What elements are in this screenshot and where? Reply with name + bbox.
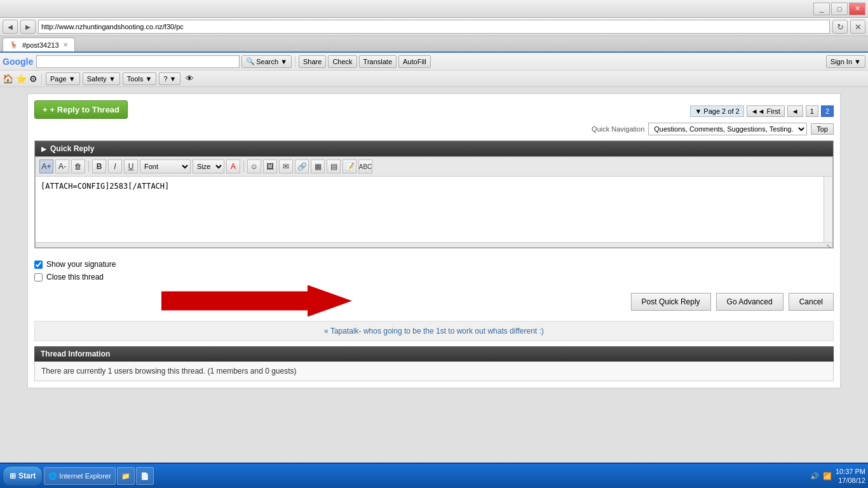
insert-table-button[interactable]: ▦ [311, 159, 325, 173]
close-thread-checkbox[interactable] [34, 273, 43, 281]
font-size-select[interactable]: Size [193, 159, 224, 173]
active-tab[interactable]: 🦌 #post34213 ✕ [3, 37, 75, 51]
close-button[interactable]: ✕ [849, 3, 865, 15]
minimize-button[interactable]: _ [813, 3, 830, 15]
prev-page-button[interactable]: ◄ [787, 105, 803, 117]
folder-icon: 📁 [121, 472, 130, 480]
tab-close-icon[interactable]: ✕ [63, 41, 68, 48]
tab-favicon: 🦌 [10, 41, 18, 49]
main-content: + + Reply to Thread ▼ Page 2 of 2 ◄◄ Fir… [0, 87, 868, 481]
page-menu[interactable]: Page ▼ [46, 72, 80, 85]
thread-link[interactable]: « Tapatalk- whos going to be the 1st to … [324, 327, 544, 336]
share-button[interactable]: Share [299, 55, 326, 68]
ie-settings-icon[interactable]: ⚙ [29, 74, 37, 84]
translate-button[interactable]: Translate [359, 55, 397, 68]
page-dropdown[interactable]: ▼ Page 2 of 2 [690, 105, 743, 117]
insert-link-button[interactable]: 🔗 [295, 159, 309, 173]
page2-button[interactable]: 2 [821, 105, 834, 117]
options-area: Show your signature Close this thread [34, 254, 834, 288]
font-color-button[interactable]: A [226, 159, 240, 173]
accessibility-icon[interactable]: 👁 [186, 74, 194, 83]
plus-icon: + [43, 105, 48, 114]
google-search-input[interactable] [36, 55, 240, 68]
thread-link-area: « Tapatalk- whos going to be the 1st to … [34, 321, 834, 341]
underline-button[interactable]: U [124, 159, 138, 173]
safety-menu[interactable]: Safety ▼ [83, 72, 120, 85]
thread-info-body: There are currently 1 users browsing thi… [34, 362, 834, 381]
editor-toolbar: A+ A- 🗑 B I U Font Size A ☺ � [36, 157, 832, 177]
google-logo: Google [3, 57, 33, 67]
start-button[interactable]: ⊞ Start [3, 466, 43, 486]
textarea-scrollbar[interactable] [824, 177, 832, 242]
cancel-button[interactable]: Cancel [789, 293, 834, 311]
thread-info-section: Thread Information There are currently 1… [34, 346, 834, 381]
separator [41, 73, 42, 85]
reply-textarea[interactable]: [ATTACH=CONFIG]2583[/ATTACH] [36, 177, 832, 240]
separator [295, 56, 295, 67]
show-signature-label[interactable]: Show your signature [34, 260, 834, 269]
separator [88, 161, 89, 172]
address-bar[interactable] [38, 20, 830, 34]
check-button[interactable]: Check [328, 55, 356, 68]
insert-email-button[interactable]: ✉ [279, 159, 293, 173]
maximize-button[interactable]: □ [831, 3, 848, 15]
tools-menu[interactable]: Tools ▼ [123, 72, 157, 85]
reply-thread-button[interactable]: + + Reply to Thread [34, 100, 128, 119]
page1-button[interactable]: 1 [806, 105, 818, 117]
ie-taskbar-icon: 🌐 [48, 472, 57, 480]
thread-info-header: Thread Information [34, 346, 834, 362]
show-signature-checkbox[interactable] [34, 261, 43, 269]
quick-reply-box: A+ A- 🗑 B I U Font Size A ☺ � [35, 156, 833, 248]
content-inner: + + Reply to Thread ▼ Page 2 of 2 ◄◄ Fir… [27, 93, 841, 388]
ie-home-icon[interactable]: 🏠 [3, 74, 13, 84]
go-advanced-button[interactable]: Go Advanced [716, 293, 783, 311]
taskbar-right: 🔊 📶 10:37 PM 17/08/12 [810, 467, 865, 485]
tab-bar: 🦌 #post34213 ✕ [0, 36, 868, 53]
browser-titlebar: _ □ ✕ [0, 0, 868, 18]
quick-reply-title: Quick Reply [50, 144, 94, 153]
spell-check-button[interactable]: ABC [358, 159, 372, 173]
top-button[interactable]: Top [811, 123, 834, 135]
resize-handle-icon[interactable]: ⤡ [825, 243, 832, 250]
insert-image-button[interactable]: 🖼 [263, 159, 277, 173]
network-icon: 📶 [823, 472, 832, 480]
quick-reply-section: ▶ Quick Reply A+ A- 🗑 B I U Font [34, 140, 834, 248]
svg-marker-0 [161, 285, 352, 317]
collapse-arrow-icon[interactable]: ▶ [41, 146, 46, 152]
font-family-select[interactable]: Font [140, 159, 191, 173]
stop-button[interactable]: ✕ [850, 20, 865, 34]
separator [243, 161, 244, 172]
taskbar-ie-button[interactable]: 🌐 Internet Explorer [44, 467, 115, 485]
taskbar-folder-button[interactable]: 📁 [117, 467, 135, 485]
taskbar: ⊞ Start 🌐 Internet Explorer 📁 📄 🔊 📶 10:3… [0, 463, 868, 488]
pagination-area: ▼ Page 2 of 2 ◄◄ First ◄ 1 2 [690, 105, 834, 117]
quick-reply-header: ▶ Quick Reply [35, 141, 833, 156]
back-button[interactable]: ◄ [3, 20, 18, 34]
editor-container: [ATTACH=CONFIG]2583[/ATTACH] [36, 177, 832, 242]
signin-button[interactable]: Sign In ▼ [826, 55, 865, 68]
taskbar-doc-button[interactable]: 📄 [136, 467, 154, 485]
red-arrow-indicator [161, 285, 352, 319]
quick-nav-select[interactable]: Questions, Comments, Suggestions, Testin… [648, 123, 807, 135]
refresh-button[interactable]: ↻ [832, 20, 848, 34]
smiley-button[interactable]: ☺ [247, 159, 261, 173]
help-menu[interactable]: ? ▼ [159, 72, 180, 85]
insert-code-button[interactable]: 📝 [342, 159, 356, 173]
close-thread-label[interactable]: Close this thread [34, 273, 834, 281]
ie-toolbar: 🏠 ⭐ ⚙ Page ▼ Safety ▼ Tools ▼ ? ▼ 👁 [0, 71, 868, 87]
forward-button[interactable]: ► [20, 20, 36, 34]
speaker-icon[interactable]: 🔊 [810, 472, 819, 480]
font-size-increase-button[interactable]: A+ [39, 159, 53, 173]
remove-format-button[interactable]: 🗑 [71, 159, 85, 173]
autofill-button[interactable]: AutoFill [398, 55, 431, 68]
bold-button[interactable]: B [92, 159, 106, 173]
ie-star-icon[interactable]: ⭐ [16, 74, 27, 84]
action-row: Post Quick Reply Go Advanced Cancel [34, 288, 834, 316]
insert-table2-button[interactable]: ▤ [327, 159, 341, 173]
google-search-button[interactable]: 🔍 Search ▼ [241, 55, 292, 68]
post-quick-reply-button[interactable]: Post Quick Reply [631, 293, 711, 311]
quick-nav-area: Quick Navigation Questions, Comments, Su… [34, 123, 834, 135]
first-page-button[interactable]: ◄◄ First [747, 105, 785, 117]
italic-button[interactable]: I [108, 159, 122, 173]
font-size-decrease-button[interactable]: A- [55, 159, 69, 173]
